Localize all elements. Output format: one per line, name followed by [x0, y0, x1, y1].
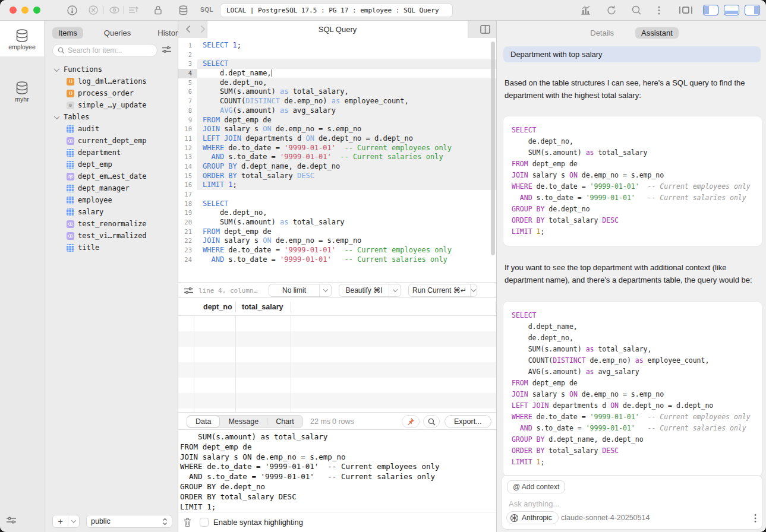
tab-items[interactable]: Items — [52, 27, 83, 39]
editor-line-11[interactable]: 11LEFT JOIN departments d ON de.dept_no … — [178, 134, 496, 144]
sidebar-item-department[interactable]: department — [45, 147, 178, 159]
commit-list-icon[interactable] — [128, 5, 138, 15]
connection-item-employee[interactable]: employee — [0, 21, 44, 56]
toggle-left-panel-button[interactable] — [703, 5, 718, 15]
tab-details[interactable]: Details — [584, 27, 620, 39]
database-icon[interactable] — [178, 5, 188, 16]
tab-sql-query[interactable]: SQL Query — [207, 21, 468, 38]
tree-section-functions[interactable]: Functions — [45, 64, 178, 75]
split-editor-icon[interactable] — [480, 25, 490, 34]
table-row[interactable] — [178, 331, 496, 347]
back-icon[interactable] — [185, 25, 191, 33]
chat-options-icon[interactable] — [754, 514, 756, 523]
table-row[interactable] — [178, 347, 496, 362]
table-row[interactable] — [178, 316, 496, 331]
sidebar-item-simple-y-update[interactable]: ⚙simple_…y_update — [45, 99, 178, 111]
toggle-bottom-panel-button[interactable] — [724, 5, 739, 15]
column-header-dept-no[interactable]: dept_no — [194, 302, 236, 312]
beautify-button[interactable]: Beautify ⌘I — [339, 284, 401, 297]
sql-editor[interactable]: 1SELECT 1;23SELECT4 d.dept_name,5 de.dep… — [178, 38, 496, 282]
row-limit-dropdown[interactable]: No limit — [269, 284, 332, 297]
sidebar-item-audit[interactable]: audit — [45, 123, 178, 135]
editor-line-15[interactable]: 15ORDER BY total_salary DESC — [178, 172, 496, 181]
run-current-button[interactable]: Run Current ⌘↵ — [408, 284, 477, 297]
editor-line-23[interactable]: 23WHERE de.to_date = '9999-01-01' -- Cur… — [178, 246, 496, 255]
add-context-button[interactable]: @ Add context — [507, 480, 565, 493]
table-row[interactable] — [178, 378, 496, 393]
editor-line-4[interactable]: 4 d.dept_name, — [178, 69, 496, 78]
tab-assistant[interactable]: Assistant — [635, 27, 679, 39]
add-item-button[interactable]: + — [52, 515, 80, 528]
editor-line-14[interactable]: 14GROUP BY d.dept_name, de.dept_no — [178, 162, 496, 172]
editor-line-18[interactable]: 18SELECT — [178, 200, 496, 209]
sidebar-item-current-dept-emp[interactable]: current_dept_emp — [45, 135, 178, 147]
editor-line-2[interactable]: 2 — [178, 50, 496, 60]
more-options-icon[interactable] — [657, 5, 661, 16]
editor-line-21[interactable]: 21FROM dept_emp de — [178, 227, 496, 237]
schema-select[interactable]: public — [86, 515, 172, 528]
editor-scrollbar[interactable] — [491, 42, 495, 255]
close-window-button[interactable] — [10, 7, 17, 14]
sidebar-item-employee[interactable]: employee — [45, 194, 178, 206]
assistant-session-banner[interactable]: Department with top salary — [503, 46, 761, 62]
workspace-settings-icon[interactable] — [6, 515, 17, 525]
editor-line-9[interactable]: 9FROM dept_emp de — [178, 116, 496, 125]
editor-line-19[interactable]: 19 de.dept_no, — [178, 208, 496, 218]
message-pane[interactable]: SUM(s.amount) as total_salaryFROM dept_e… — [178, 430, 496, 512]
tab-queries[interactable]: Queries — [98, 27, 137, 39]
sidebar-item-dept-emp[interactable]: dept_emp — [45, 159, 178, 170]
syntax-highlighting-checkbox[interactable] — [200, 518, 209, 527]
search-results-button[interactable] — [423, 415, 440, 428]
pin-result-button[interactable] — [402, 415, 420, 428]
sidebar-item-dept-manager[interactable]: dept_manager — [45, 182, 178, 194]
filter-icon[interactable] — [162, 45, 172, 54]
editor-line-24[interactable]: 24 AND s.to_date = '9999-01-01' -- Curre… — [178, 255, 496, 265]
tree-section-tables[interactable]: Tables — [45, 111, 178, 123]
chart-icon[interactable] — [580, 5, 591, 15]
sidebar-item-salary[interactable]: salary — [45, 206, 178, 218]
sidebar-item-process-order[interactable]: ()process_order — [45, 87, 178, 99]
editor-line-1[interactable]: 1SELECT 1; — [178, 41, 496, 50]
sidebar-search-input[interactable]: Search for item... — [52, 44, 157, 57]
provider-selector[interactable]: Anthropic — [506, 511, 559, 524]
editor-line-3[interactable]: 3SELECT — [178, 59, 496, 69]
toggle-right-panel-button[interactable] — [745, 5, 760, 15]
preview-eye-icon[interactable] — [109, 5, 120, 15]
editor-line-13[interactable]: 13 AND s.to_date = '9999-01-01' -- Curre… — [178, 153, 496, 162]
editor-line-20[interactable]: 20 SUM(s.amount) as total_salary — [178, 218, 496, 227]
assistant-code-block[interactable]: SELECT de.dept_no, SUM(s.amount) as tota… — [503, 116, 762, 246]
search-icon[interactable] — [631, 5, 642, 15]
editor-line-8[interactable]: 8 AVG(s.amount) as avg_salary — [178, 106, 496, 116]
tab-data[interactable]: Data — [187, 416, 220, 428]
editor-line-7[interactable]: 7 COUNT(DISTINCT de.emp_no) as employee_… — [178, 97, 496, 106]
editor-line-17[interactable]: 17 — [178, 190, 496, 200]
disconnect-icon[interactable] — [88, 5, 99, 15]
table-row[interactable] — [178, 393, 496, 408]
editor-line-6[interactable]: 6 SUM(s.amount) as total_salary, — [178, 87, 496, 97]
trash-icon[interactable] — [183, 517, 192, 527]
assistant-chat-input[interactable]: @ Add context Ask anything... Anthropic … — [501, 475, 763, 530]
connection-title-field[interactable]: LOCAL | PostgreSQL 17.5 : PG 17 : employ… — [220, 4, 453, 17]
sidebar-item-test-vi-rmalized[interactable]: test_vi…rmalized — [45, 230, 178, 242]
refresh-icon[interactable] — [606, 5, 617, 16]
sidebar-item-dept-em-est-date[interactable]: dept_em…est_date — [45, 170, 178, 182]
editor-line-5[interactable]: 5 de.dept_no, — [178, 78, 496, 88]
minimize-window-button[interactable] — [21, 7, 29, 14]
editor-line-16[interactable]: 16LIMIT 1; — [178, 180, 496, 190]
table-row[interactable] — [178, 362, 496, 378]
export-button[interactable]: Export... — [445, 415, 491, 428]
editor-line-22[interactable]: 22JOIN salary s ON de.emp_no = s.emp_no — [178, 236, 496, 246]
connection-icon[interactable] — [67, 5, 78, 16]
connection-item-myhr[interactable]: myhr — [0, 73, 44, 109]
editor-line-10[interactable]: 10JOIN salary s ON de.emp_no = s.emp_no — [178, 125, 496, 134]
sidebar-item-log-dml-erations[interactable]: ()log_dml…erations — [45, 75, 178, 87]
lock-icon[interactable] — [153, 5, 163, 15]
forward-icon[interactable] — [200, 25, 206, 33]
sidebar-item-test-renormalize[interactable]: test_renormalize — [45, 218, 178, 230]
editor-settings-icon[interactable] — [184, 286, 194, 295]
editor-line-12[interactable]: 12WHERE de.to_date = '9999-01-01' -- Cur… — [178, 144, 496, 153]
assistant-code-block[interactable]: SELECT d.dept_name, de.dept_no, SUM(s.am… — [503, 302, 762, 476]
zoom-window-button[interactable] — [33, 7, 40, 14]
tab-message[interactable]: Message — [220, 416, 267, 428]
tab-chart[interactable]: Chart — [267, 416, 302, 428]
